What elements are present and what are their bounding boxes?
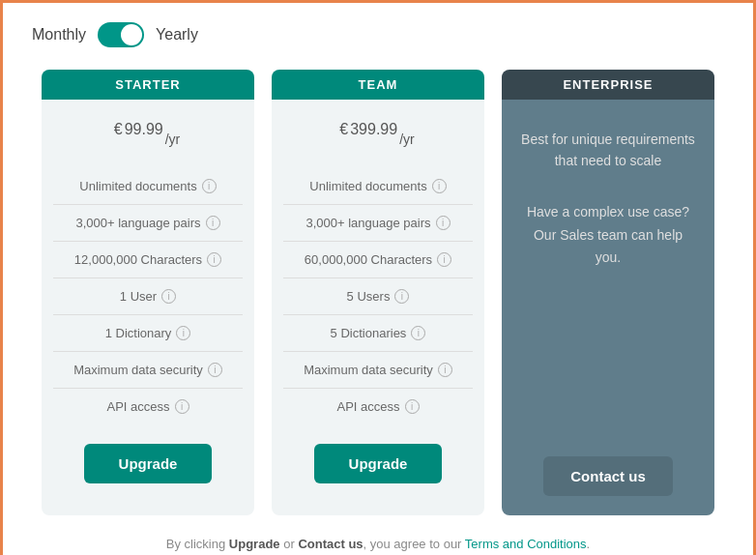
team-upgrade-button[interactable]: Upgrade — [314, 444, 443, 483]
enterprise-line4: Our Sales team can help you. — [534, 227, 683, 266]
billing-toggle[interactable] — [98, 22, 144, 47]
info-icon[interactable]: i — [175, 399, 189, 414]
feature-item: Maximum data security i — [283, 351, 473, 388]
feature-item: Maximum data security i — [53, 351, 243, 388]
enterprise-line1: Best for unique requirements — [521, 131, 695, 147]
info-icon[interactable]: i — [437, 252, 451, 267]
feature-text: Unlimited documents — [309, 179, 426, 193]
feature-text: 3,000+ language pairs — [75, 216, 200, 230]
starter-currency: € — [114, 121, 123, 137]
feature-item: 5 Dictionaries i — [283, 314, 473, 351]
feature-text: 5 Users — [347, 289, 391, 304]
enterprise-sales-text: Have a complex use case? Our Sales team … — [502, 182, 714, 279]
enterprise-badge: ENTERPRISE — [502, 70, 714, 100]
enterprise-line2: that need to scale — [555, 153, 662, 168]
info-icon[interactable]: i — [411, 326, 425, 340]
footer-text-before: By clicking — [166, 537, 229, 551]
footer-upgrade-bold: Upgrade — [229, 537, 280, 551]
feature-item: Unlimited documents i — [283, 168, 473, 204]
info-icon[interactable]: i — [202, 179, 217, 193]
feature-text: 60,000,000 Characters — [305, 252, 432, 267]
team-price: €399.99/yr — [339, 121, 416, 151]
starter-badge: STARTER — [42, 70, 254, 100]
feature-item: 12,000,000 Characters i — [53, 241, 243, 278]
footer-text-middle2: , you agree to our — [363, 537, 465, 551]
feature-text: 12,000,000 Characters — [74, 252, 202, 267]
enterprise-description: Best for unique requirements that need t… — [502, 100, 714, 182]
info-icon[interactable]: i — [405, 399, 420, 414]
feature-text: API access — [106, 399, 169, 414]
feature-item: 1 User i — [53, 278, 243, 314]
feature-text: 5 Dictionaries — [331, 326, 407, 340]
enterprise-line3: Have a complex use case? — [527, 204, 689, 219]
feature-text: Maximum data security — [73, 363, 203, 377]
info-icon[interactable]: i — [394, 289, 409, 304]
team-features: Unlimited documents i 3,000+ language pa… — [272, 168, 484, 424]
footer-text-after: . — [587, 537, 591, 551]
info-icon[interactable]: i — [208, 363, 222, 377]
plans-container: STARTER €99.99/yr Unlimited documents i … — [22, 71, 734, 515]
feature-item: 1 Dictionary i — [53, 314, 243, 351]
feature-item: API access i — [53, 388, 243, 424]
starter-price: €99.99/yr — [114, 121, 183, 151]
starter-plan-card: STARTER €99.99/yr Unlimited documents i … — [42, 71, 254, 515]
team-period: /yr — [399, 131, 415, 147]
feature-text: 1 Dictionary — [105, 326, 172, 340]
billing-toggle-bar: Monthly Yearly — [22, 22, 734, 47]
footer-text-middle1: or — [280, 537, 299, 551]
feature-text: 3,000+ language pairs — [305, 216, 430, 230]
enterprise-contact-button[interactable]: Contact us — [543, 456, 673, 496]
feature-item: 3,000+ language pairs i — [283, 204, 473, 241]
feature-item: 60,000,000 Characters i — [283, 241, 473, 278]
info-icon[interactable]: i — [161, 289, 176, 304]
enterprise-content: Best for unique requirements that need t… — [502, 100, 714, 437]
monthly-label: Monthly — [32, 26, 86, 44]
feature-text: Maximum data security — [304, 363, 433, 377]
info-icon[interactable]: i — [206, 216, 220, 230]
feature-text: 1 User — [120, 289, 157, 304]
info-icon[interactable]: i — [436, 216, 451, 230]
team-plan-card: TEAM €399.99/yr Unlimited documents i 3,… — [272, 71, 484, 515]
feature-item: Unlimited documents i — [53, 168, 243, 204]
info-icon[interactable]: i — [176, 326, 190, 340]
feature-item: 5 Users i — [283, 278, 473, 314]
starter-period: /yr — [165, 131, 181, 147]
feature-item: API access i — [283, 388, 473, 424]
enterprise-plan-card: ENTERPRISE Best for unique requirements … — [502, 71, 714, 515]
feature-text: API access — [336, 399, 399, 414]
info-icon[interactable]: i — [207, 252, 221, 267]
team-amount: 399.99 — [350, 121, 397, 137]
team-currency: € — [339, 121, 348, 137]
team-badge: TEAM — [272, 70, 484, 100]
terms-link[interactable]: Terms and Conditions — [465, 537, 587, 551]
footer-contact-bold: Contact us — [298, 537, 363, 551]
starter-amount: 99.99 — [125, 121, 163, 137]
starter-features: Unlimited documents i 3,000+ language pa… — [42, 168, 254, 424]
feature-item: 3,000+ language pairs i — [53, 204, 243, 241]
info-icon[interactable]: i — [438, 363, 452, 377]
footer-text: By clicking Upgrade or Contact us, you a… — [166, 537, 590, 551]
toggle-knob — [121, 24, 142, 45]
info-icon[interactable]: i — [432, 179, 447, 193]
yearly-label: Yearly — [156, 26, 198, 44]
feature-text: Unlimited documents — [79, 179, 196, 193]
starter-upgrade-button[interactable]: Upgrade — [84, 444, 213, 483]
